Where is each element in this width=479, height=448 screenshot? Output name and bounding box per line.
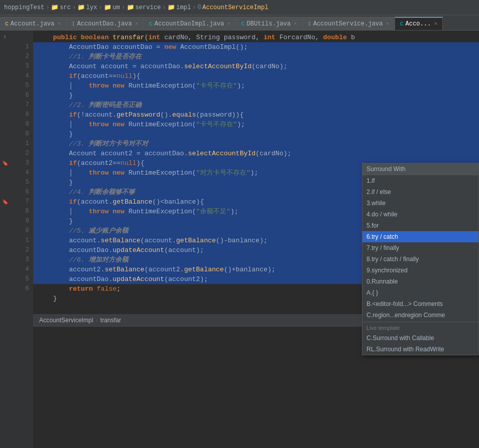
close-tab-accountdaoimpl[interactable]: × <box>227 21 231 27</box>
code-line-0: public boolean transfar(int cardNo, Stri… <box>33 33 479 42</box>
popup-key-try-catch: 6. <box>367 233 372 240</box>
popup-item-do-while[interactable]: 4. do / while <box>362 209 478 220</box>
code-text-16: //4. 判断余额够不够 <box>37 187 135 197</box>
popup-live-template-title: Live template <box>362 323 478 332</box>
breadcrumb-src[interactable]: src <box>60 4 71 11</box>
gutter-11 <box>0 139 10 149</box>
popup-item-region[interactable]: C. region...endregion Comme <box>362 310 478 321</box>
close-tab-accountdao[interactable]: × <box>135 21 138 27</box>
tab-accountservice-java[interactable]: I AccountService.java × <box>303 17 395 30</box>
popup-label-try-catch-finally: try / catch / finally <box>372 256 419 263</box>
linenum-19: 9 <box>10 216 29 226</box>
gutter-8 <box>0 110 10 120</box>
breadcrumb-service[interactable]: service <box>135 4 161 11</box>
code-text-5: │ throw new RuntimeException("卡号不存在"); <box>37 81 245 91</box>
code-text-9: │ throw new RuntimeException("卡号不存在"); <box>37 120 245 129</box>
breadcrumb-item[interactable]: hoppingTest <box>4 4 44 11</box>
gutter-14 <box>0 168 10 178</box>
lyx-folder-icon: 📁 <box>77 4 85 11</box>
popup-item-if-else[interactable]: 2. if / else <box>362 186 478 198</box>
code-text-15: } <box>37 178 73 187</box>
code-line-1: AccountDao accountDao = new AccountDaoIm… <box>33 42 479 52</box>
popup-item-readwrite[interactable]: RL. Surround with ReadWrite <box>362 344 478 355</box>
popup-key-do-while: 4. <box>367 211 372 218</box>
code-text-25: accountDao.updateAccount(account2); <box>37 274 208 284</box>
code-text-10: } <box>37 129 73 139</box>
tab-icon-accountserviceimpl: C <box>400 21 404 27</box>
breadcrumb: hoppingTest › 📁 src › 📁 lyx › 📁 um › 📁 s… <box>0 0 479 15</box>
code-text-4: if(account==null){ <box>37 71 140 81</box>
tab-dbutils-java[interactable]: C DBUtils.java × <box>236 17 303 30</box>
popup-label-if: if <box>372 177 375 184</box>
tab-accountdao-java[interactable]: I AccountDao.java × <box>67 17 144 30</box>
popup-item-try-catch-finally[interactable]: 8. try / catch / finally <box>362 254 478 265</box>
linenum-38 <box>10 400 29 410</box>
bookmark-13: 🔖 <box>2 160 8 166</box>
popup-item-braces[interactable]: A. { } <box>362 287 478 298</box>
close-tab-accountservice[interactable]: × <box>386 21 389 27</box>
popup-label-while: while <box>372 200 385 207</box>
gutter-16 <box>0 187 10 197</box>
popup-label-if-else: if / else <box>372 188 391 195</box>
code-text-20: //5. 减少账户余额 <box>37 226 128 236</box>
tab-bar: C Account.java × I AccountDao.java × C A… <box>0 15 479 31</box>
popup-item-editor-fold[interactable]: B. <editor-fold...> Comments <box>362 298 478 310</box>
tab-icon-accountdaoimpl: C <box>149 21 153 27</box>
file-icon: © <box>198 4 201 11</box>
tab-label-dbutils: DBUtils.java <box>247 20 291 27</box>
gutter-31 <box>0 332 10 342</box>
popup-key-while: 3. <box>367 200 372 207</box>
code-line-12: Account account2 = accountDao.selectAcco… <box>33 149 479 158</box>
linenum-2: 2 <box>10 52 29 62</box>
gutter-7 <box>0 100 10 110</box>
linenum-35 <box>10 371 29 381</box>
popup-key-if: 1. <box>367 177 372 184</box>
tab-label-accountserviceimpl: Acco... <box>405 20 431 27</box>
popup-item-while[interactable]: 3. while <box>362 198 478 209</box>
close-tab-dbutils[interactable]: × <box>294 21 297 27</box>
popup-item-for[interactable]: 5. for <box>362 220 478 231</box>
tab-accountdaoimpl-java[interactable]: C AccountDaoImpl.java × <box>144 17 236 30</box>
tab-label-account: Account.java <box>11 20 54 27</box>
breadcrumb-um[interactable]: um <box>112 4 120 11</box>
popup-key-runnable: 0. <box>367 278 372 285</box>
tab-icon-account: C <box>5 21 9 27</box>
code-text-3: Account account = accountDao.selectAccou… <box>37 62 288 71</box>
tab-accountserviceimpl-java[interactable]: C Acco... × <box>395 17 443 30</box>
linenum-33 <box>10 352 29 361</box>
tab-account-java[interactable]: C Account.java × <box>0 17 67 30</box>
popup-item-synchronized[interactable]: 9. synchronized <box>362 265 478 276</box>
code-text-12: Account account2 = accountDao.selectAcco… <box>37 149 291 158</box>
code-text-7: //2. 判断密码是否正确 <box>37 100 142 110</box>
bottom-bar-file: AccountServiceImpl <box>39 316 93 325</box>
code-text-26: return false; <box>37 284 121 294</box>
popup-item-callable[interactable]: C. Surround with Callable <box>362 332 478 344</box>
popup-key-try-catch-finally: 8. <box>367 256 372 263</box>
linenum-6: 6 <box>10 91 29 100</box>
popup-item-runnable[interactable]: 0. Runnable <box>362 276 478 287</box>
popup-label-runnable: Runnable <box>372 278 398 285</box>
gutter-41 <box>0 429 10 439</box>
breadcrumb-lyx[interactable]: lyx <box>86 4 97 11</box>
popup-item-try-catch[interactable]: 6. try / catch <box>362 231 478 242</box>
linenum-3: 3 <box>10 62 29 71</box>
line-numbers: 1 2 3 4 5 6 7 8 9 0 1 2 3 4 5 6 7 8 9 0 … <box>10 31 33 448</box>
code-text-0: public boolean transfar(int cardNo, Stri… <box>37 33 355 42</box>
linenum-32 <box>10 342 29 352</box>
close-tab-accountserviceimpl[interactable]: × <box>434 21 438 27</box>
gutter-35 <box>0 371 10 381</box>
gutter-25 <box>0 274 10 284</box>
gutter-3 <box>0 62 10 71</box>
popup-item-try-finally[interactable]: 7. try / finally <box>362 242 478 254</box>
popup-label-try-finally: try / finally <box>372 244 399 251</box>
linenum-24: 4 <box>10 265 29 274</box>
linenum-37 <box>10 390 29 400</box>
popup-item-if[interactable]: 1. if <box>362 175 478 186</box>
popup-key-readwrite: RL. <box>367 346 376 353</box>
close-tab-account[interactable]: × <box>58 21 61 27</box>
breadcrumb-file[interactable]: AccountServiceImpl <box>203 4 269 11</box>
gutter-38 <box>0 400 10 410</box>
linenum-17: 7 <box>10 197 29 207</box>
breadcrumb-impl[interactable]: impl <box>176 4 191 11</box>
surround-with-popup[interactable]: Surround With 1. if 2. if / else 3. whil… <box>362 163 479 355</box>
